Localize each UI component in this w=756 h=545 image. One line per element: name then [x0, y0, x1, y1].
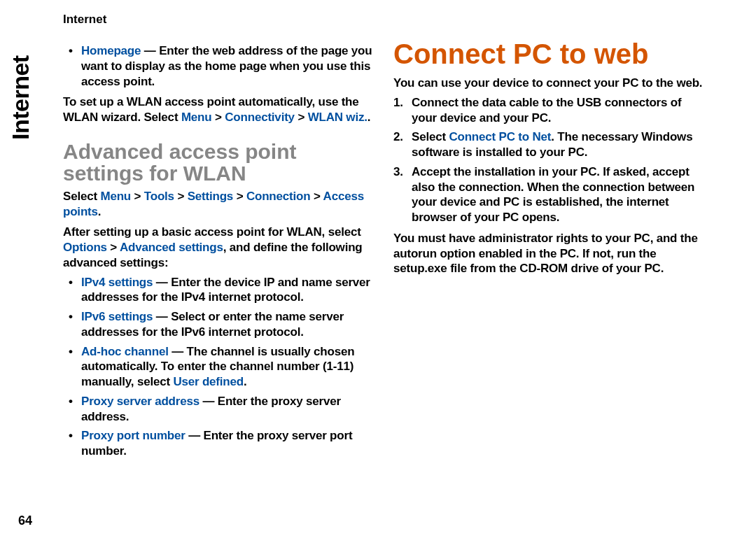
side-section-label: Internet [7, 55, 34, 140]
menu-path-paragraph: Select Menu > Tools > Settings > Connect… [63, 189, 377, 220]
body-text: . [244, 375, 247, 388]
list-item: IPv4 settings — Enter the device IP and … [63, 275, 377, 306]
list-item: Proxy server address — Enter the proxy s… [63, 394, 377, 425]
keyword-advanced-settings: Advanced settings [120, 241, 223, 254]
list-item: Accept the installation in your PC. If a… [393, 164, 707, 225]
keyword-connectivity: Connectivity [225, 111, 295, 124]
manual-page: Internet Internet 64 Homepage — Enter th… [0, 0, 756, 545]
list-item: Select Connect PC to Net. The necessary … [393, 129, 707, 160]
keyword-connect-pc-to-net: Connect PC to Net [449, 130, 551, 143]
list-item: Ad-hoc channel — The channel is usually … [63, 344, 377, 390]
body-text: Select [63, 190, 100, 203]
connect-intro-paragraph: You can use your device to connect your … [393, 76, 707, 91]
keyword-user-defined: User defined [173, 375, 244, 388]
keyword-adhoc-channel: Ad-hoc channel [81, 345, 169, 358]
keyword-proxy-port-number: Proxy port number [81, 429, 186, 442]
keyword-ipv6-settings: IPv6 settings [81, 310, 153, 323]
keyword-tools: Tools [144, 190, 174, 203]
keyword-options: Options [63, 241, 107, 254]
path-separator: > [295, 111, 308, 124]
path-separator: > [107, 241, 120, 254]
homepage-bullet-list: Homepage — Enter the web address of the … [63, 43, 377, 89]
keyword-ipv4-settings: IPv4 settings [81, 276, 153, 289]
path-separator: > [211, 111, 225, 124]
wlan-wizard-paragraph: To set up a WLAN access point automatica… [63, 94, 377, 125]
running-header: Internet [63, 13, 106, 27]
keyword-homepage: Homepage [81, 44, 141, 57]
keyword-connection: Connection [246, 190, 311, 203]
right-column: Connect PC to web You can use your devic… [393, 39, 707, 463]
heading-advanced-ap-wlan: Advanced access point settings for WLAN [63, 141, 377, 185]
advanced-intro-paragraph: After setting up a basic access point fo… [63, 225, 377, 270]
body-text: After setting up a basic access point fo… [63, 225, 361, 239]
admin-rights-paragraph: You must have administrator rights to yo… [393, 231, 707, 276]
path-separator: > [310, 190, 323, 203]
list-item: Homepage — Enter the web address of the … [63, 43, 377, 89]
list-item: IPv6 settings — Select or enter the name… [63, 309, 377, 340]
keyword-menu: Menu [100, 190, 131, 203]
keyword-proxy-server-address: Proxy server address [81, 395, 200, 408]
page-number: 64 [18, 514, 32, 528]
list-item: Connect the data cable to the USB connec… [393, 95, 707, 126]
content-columns: Homepage — Enter the web address of the … [63, 39, 721, 463]
body-text: . [98, 205, 102, 218]
left-column: Homepage — Enter the web address of the … [63, 39, 377, 463]
connect-steps-list: Connect the data cable to the USB connec… [393, 95, 707, 225]
path-separator: > [131, 190, 144, 203]
advanced-settings-list: IPv4 settings — Enter the device IP and … [63, 275, 377, 459]
heading-connect-pc-to-web: Connect PC to web [393, 39, 707, 69]
list-item: Proxy port number — Enter the proxy serv… [63, 428, 377, 459]
keyword-wlan-wiz: WLAN wiz. [308, 111, 368, 124]
keyword-settings: Settings [188, 190, 233, 203]
body-text: . [368, 111, 371, 124]
path-separator: > [233, 190, 246, 203]
body-text: Select [412, 130, 449, 143]
keyword-menu: Menu [181, 111, 212, 124]
path-separator: > [174, 190, 188, 203]
